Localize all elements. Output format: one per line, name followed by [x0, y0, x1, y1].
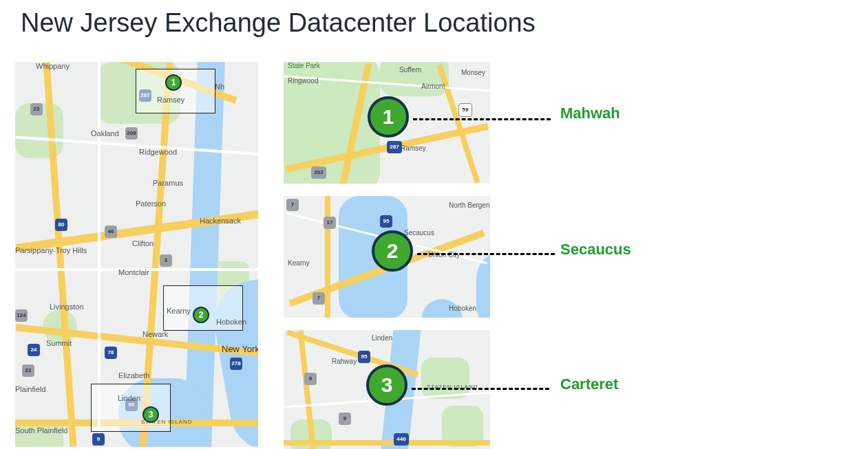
city-label: Plainfield: [15, 385, 46, 393]
road-shield: 7: [313, 292, 325, 305]
city-label: Hoboken: [449, 305, 476, 312]
location-label-3: Carteret: [560, 375, 618, 393]
road-shield: 78: [105, 347, 117, 359]
overview-inset-1: 1 Ramsey: [136, 69, 215, 113]
city-label: Monsey: [461, 69, 485, 76]
city-label: Montclair: [118, 268, 149, 276]
map-highway: [325, 196, 330, 318]
city-label: Secaucus: [404, 229, 434, 237]
city-label: Kearny: [288, 259, 310, 267]
road-shield: 9: [92, 433, 105, 446]
connector-line-1: [413, 118, 551, 120]
road-shield: 208: [125, 127, 138, 140]
city-label: State Park: [288, 62, 320, 69]
city-label: STATEN ISLAND: [141, 419, 193, 425]
overview-inset-3: 3 Linden STATEN ISLAND: [91, 384, 171, 432]
city-label: Linden: [118, 394, 140, 402]
location-label-1: Mahwah: [560, 105, 620, 122]
map-marker-small-2: 2: [193, 307, 209, 323]
page-title: New Jersey Exchange Datacenter Locations: [21, 8, 536, 38]
detail-map-1: State Park Ringwood Suffern Airmont Mons…: [284, 62, 490, 184]
road-shield: 202: [311, 166, 326, 179]
map-marker-1: 1: [368, 96, 409, 138]
city-label: Elizabeth: [118, 371, 149, 380]
road-shield: 440: [394, 433, 409, 446]
map-marker-3: 3: [366, 364, 407, 406]
road-shield: 24: [28, 344, 40, 356]
city-label: Hackensack: [200, 217, 241, 225]
road-shield: 287: [387, 141, 402, 153]
city-label: Parsippany-Troy Hills: [15, 246, 87, 254]
city-label: Whippany: [36, 62, 70, 70]
city-label: North Bergen: [449, 201, 489, 209]
map-highway: [284, 440, 490, 446]
connector-line-2: [417, 253, 555, 255]
road-shield: 9: [304, 373, 317, 385]
city-label: Newark: [142, 330, 168, 338]
detail-map-2: Secaucus Union City North Bergen Kearny …: [284, 196, 490, 318]
city-label: Paterson: [136, 199, 166, 208]
road-shield: 80: [55, 219, 67, 231]
map-marker-small-1: 1: [165, 74, 182, 91]
overview-inset-2: 2 Kearny Hoboken: [163, 285, 243, 331]
road-shield: 278: [230, 358, 242, 370]
city-label: Kearny: [167, 307, 191, 315]
city-label: Hoboken: [216, 318, 246, 326]
map-marker-2: 2: [372, 230, 413, 272]
road-shield: 3: [160, 254, 172, 267]
road-shield: 22: [22, 364, 34, 377]
overview-map: Whippany Nh Oakland Ridgewood Paramus Pa…: [15, 62, 258, 447]
city-label: Oakland: [91, 129, 119, 138]
road-shield: 59: [458, 103, 472, 117]
city-label: Ramsey: [157, 96, 184, 104]
city-label: Airmont: [421, 83, 445, 90]
road-shield: 46: [105, 226, 117, 238]
road-shield: 95: [358, 351, 370, 363]
city-label: New York: [222, 344, 258, 354]
map-park: [421, 358, 469, 399]
city-label: South Plainfield: [15, 426, 67, 435]
city-label: Livingston: [50, 303, 84, 311]
connector-line-3: [412, 388, 549, 390]
city-label: Clifton: [132, 239, 154, 248]
city-label: Nh: [215, 83, 224, 91]
road-shield: 7: [286, 199, 299, 211]
city-label: Linden: [372, 334, 392, 342]
city-label: Suffern: [399, 66, 421, 74]
road-shield: 9: [339, 413, 351, 425]
road-shield: 95: [380, 215, 392, 228]
city-label: Ringwood: [288, 77, 318, 85]
road-shield: 23: [30, 103, 43, 116]
location-label-2: Secaucus: [560, 241, 631, 259]
road-shield: 124: [15, 309, 28, 322]
city-label: Ridgewood: [139, 148, 177, 156]
city-label: Ramsey: [401, 144, 426, 152]
city-label: Paramus: [153, 179, 183, 187]
road-shield: 17: [324, 217, 336, 229]
city-label: Summit: [46, 339, 72, 347]
city-label: Rahway: [332, 358, 357, 365]
